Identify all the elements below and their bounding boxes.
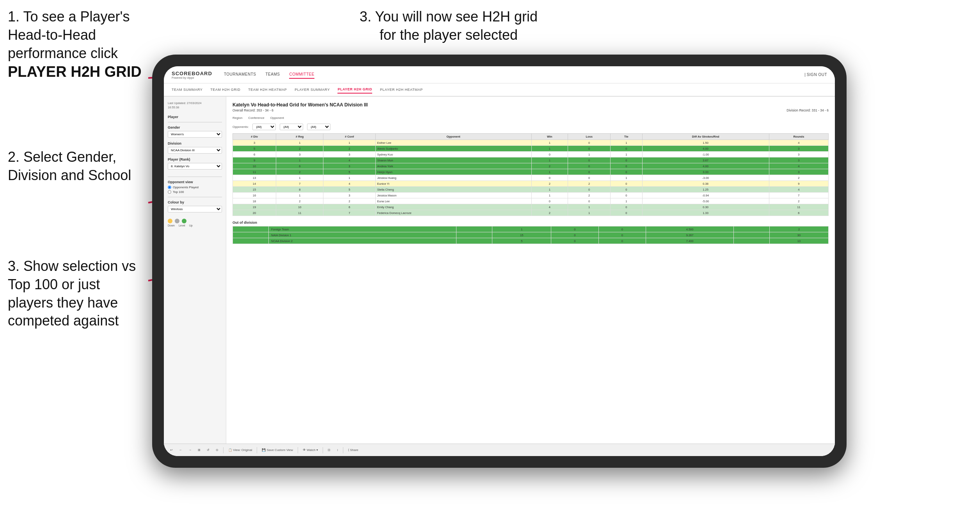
sidebar-gender-select[interactable]: Women's Men's	[168, 131, 222, 138]
table-row: 1311Jessica Huang001-3.002	[233, 175, 829, 181]
col-win: Win	[531, 134, 568, 140]
tablet-screen: SCOREBOARD Powered by clippd TOURNAMENTS…	[164, 66, 835, 456]
filter-opponent[interactable]: (All)	[307, 124, 330, 130]
table-row: 1585Stella Cheng1001.254	[233, 187, 829, 193]
toolbar-undo[interactable]: ↩	[169, 447, 174, 453]
sidebar-colour-label: Colour by	[168, 200, 222, 204]
sidebar-gender-label: Gender	[168, 126, 222, 129]
colour-dot-level	[175, 219, 179, 223]
toolbar-grid[interactable]: ⊞	[196, 447, 202, 453]
nav-links: TOURNAMENTS TEAMS COMMITTEE	[224, 71, 804, 79]
col-rounds: Rounds	[769, 134, 828, 140]
toolbar-divider-2	[257, 447, 257, 453]
sidebar-colour-select[interactable]: Win/loss	[168, 206, 222, 212]
tablet-frame: SCOREBOARD Powered by clippd TOURNAMENTS…	[152, 55, 847, 468]
sidebar-opponent-view-label: Opponent view	[168, 180, 222, 184]
toolbar-divider-3	[298, 447, 298, 453]
bottom-toolbar: ↩ ← → ⊞ ↺ ⊙ 📋 View: Original 💾 Save Cust…	[164, 444, 835, 456]
toolbar-divider-5	[343, 447, 343, 453]
colour-label-up: Up	[189, 224, 193, 227]
table-row: 914Sharon Mun1003.673	[233, 157, 829, 163]
nav-link-teams[interactable]: TEAMS	[265, 71, 280, 79]
out-table: Foreign Team1004.5002NAIA Division 11500…	[233, 226, 829, 244]
nav-logo-sub: Powered by clippd	[172, 76, 212, 79]
table-row: 1822Euna Lee001-5.002	[233, 198, 829, 204]
toolbar-clock[interactable]: ⊙	[214, 447, 220, 453]
table-row: 1063Andrea York2004.004	[233, 163, 829, 169]
sub-nav-team-summary[interactable]: TEAM SUMMARY	[172, 86, 202, 93]
table-row: 1474Eunice Yi2200.389	[233, 181, 829, 187]
instruction-bold: PLAYER H2H GRID	[8, 64, 142, 80]
sidebar-player-label: Player	[168, 115, 222, 119]
col-loss: Loss	[568, 134, 611, 140]
table-row: 1125Heejo Hyun1003.333	[233, 169, 829, 175]
sidebar-division-label: Division	[168, 141, 222, 145]
sidebar-division-select[interactable]: NCAA Division III NCAA Division I NCAA D…	[168, 147, 222, 154]
radio-top100[interactable]: Top 100	[168, 190, 222, 194]
opponent-label: Opponent	[270, 116, 284, 120]
instruction-top-right: 3. You will now see H2H grid for the pla…	[351, 8, 546, 44]
colour-dot-down	[168, 219, 172, 223]
table-row: 19106Emily Chang4100.3011	[233, 204, 829, 210]
toolbar-download[interactable]: ⊡	[326, 447, 332, 453]
sidebar-player-rank-select[interactable]: 8. Katelyn Vo	[168, 163, 222, 170]
toolbar-forward[interactable]: →	[187, 447, 193, 453]
main-table: # Div # Reg # Conf Opponent Win Loss Tie…	[233, 133, 829, 216]
sub-nav-player-summary[interactable]: PLAYER SUMMARY	[295, 86, 330, 93]
sub-nav: TEAM SUMMARY TEAM H2H GRID TEAM H2H HEAT…	[164, 83, 835, 97]
toolbar-divider-1	[223, 447, 224, 453]
nav-bar: SCOREBOARD Powered by clippd TOURNAMENTS…	[164, 66, 835, 83]
opponents-label: Opponents:	[233, 125, 249, 129]
sub-nav-team-h2h-heatmap[interactable]: TEAM H2H HEATMAP	[248, 86, 287, 93]
colour-dot-up	[182, 219, 186, 223]
table-row: 311Esther Lee1011.504	[233, 140, 829, 146]
instruction-text-2: 2. Select Gender, Division and School	[8, 149, 131, 183]
nav-link-tournaments[interactable]: TOURNAMENTS	[224, 71, 256, 79]
toolbar-save-view[interactable]: 💾 Save Custom View	[260, 447, 295, 453]
sidebar-radio-group: Opponents Played Top 100	[168, 186, 222, 194]
filter-conference[interactable]: (All)	[280, 124, 303, 130]
overall-record: Overall Record: 353 - 34 - 6	[233, 108, 273, 112]
colour-label-level: Level	[179, 224, 185, 227]
toolbar-expand[interactable]: ↕	[335, 447, 340, 453]
nav-logo: SCOREBOARD Powered by clippd	[172, 71, 212, 79]
instruction-top-left: 1. To see a Player's Head-to-Head perfor…	[8, 8, 156, 82]
col-tie: Tie	[611, 134, 642, 140]
instruction-mid-left: 2. Select Gender, Division and School	[8, 148, 144, 185]
nav-logo-title: SCOREBOARD	[172, 71, 212, 76]
toolbar-back[interactable]: ←	[178, 447, 184, 453]
sub-nav-team-h2h-grid[interactable]: TEAM H2H GRID	[210, 86, 240, 93]
out-of-division-title: Out of division	[233, 221, 829, 225]
toolbar-share[interactable]: ⟨ Share	[346, 447, 360, 453]
toolbar-watch[interactable]: 👁 Watch ▾	[301, 447, 320, 453]
instruction-text-3: 3. You will now see H2H grid for the pla…	[360, 9, 538, 43]
table-row: 633Sydney Kuo011-1.003	[233, 152, 829, 157]
instruction-text-4: 3. Show selection vs Top 100 or just pla…	[8, 258, 136, 329]
out-table-row: Foreign Team1004.5002	[233, 226, 829, 232]
col-diff: Diff Av Strokes/Rnd	[642, 134, 769, 140]
sub-nav-player-h2h-grid[interactable]: PLAYER H2H GRID	[337, 86, 372, 94]
col-opponent: Opponent	[375, 134, 531, 140]
region-label: Region	[233, 116, 242, 120]
radio-opponents-played[interactable]: Opponents Played	[168, 186, 222, 189]
nav-separator: |	[804, 73, 806, 77]
sidebar: Last Updated: 27/03/202416:55:38 Player …	[164, 97, 226, 456]
filter-row: Region Conference Opponent	[233, 116, 829, 120]
col-div: # Div	[233, 134, 276, 140]
conference-label: Conference	[248, 116, 264, 120]
filter-region[interactable]: (All)	[252, 124, 276, 130]
out-table-row: NCAA Division 25007.40010	[233, 238, 829, 244]
nav-link-committee[interactable]: COMMITTEE	[289, 71, 314, 79]
nav-sign-out[interactable]: Sign out	[807, 71, 827, 78]
sidebar-player-rank-label: Player (Rank)	[168, 157, 222, 161]
sidebar-colour-row	[168, 219, 222, 223]
sub-nav-player-h2h-heatmap[interactable]: PLAYER H2H HEATMAP	[380, 86, 423, 93]
content-panel: Katelyn Vo Head-to-Head Grid for Women's…	[226, 97, 835, 456]
toolbar-view-original[interactable]: 📋 View: Original	[227, 447, 254, 453]
out-table-row: NAIA Division 115009.26730	[233, 232, 829, 238]
nav-right: | Sign out	[804, 73, 827, 77]
main-content: Last Updated: 27/03/202416:55:38 Player …	[164, 97, 835, 456]
toolbar-refresh[interactable]: ↺	[205, 447, 211, 453]
table-row: 1613Jessica Mason120-0.947	[233, 193, 829, 198]
division-record: Division Record: 331 - 34 - 6	[786, 108, 829, 112]
